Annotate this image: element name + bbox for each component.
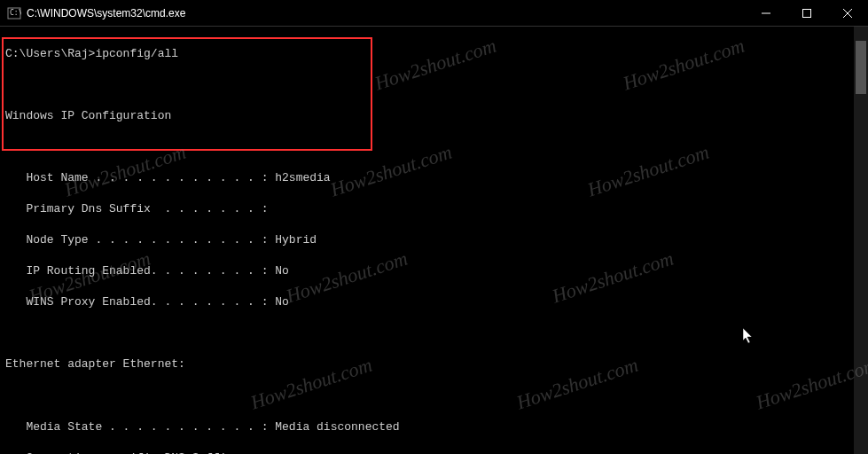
- output-line: IP Routing Enabled. . . . . . . . : No: [5, 263, 863, 279]
- window-title: C:\WINDOWS\system32\cmd.exe: [27, 7, 746, 20]
- output-line: Connection-specific DNS Suffix . :: [5, 450, 863, 454]
- blank-line: [5, 388, 863, 404]
- blank-line: [5, 139, 863, 155]
- command-prompt-line: C:\Users\Raj>ipconfig/all: [5, 46, 863, 62]
- svg-rect-3: [803, 9, 811, 17]
- section-header: Ethernet adapter Ethernet:: [5, 356, 863, 372]
- blank-line: [5, 325, 863, 341]
- output-line: Primary Dns Suffix . . . . . . . :: [5, 201, 863, 217]
- terminal-output[interactable]: C:\Users\Raj>ipconfig/all Windows IP Con…: [0, 27, 868, 454]
- cmd-icon: C:\: [7, 6, 21, 20]
- output-line: Node Type . . . . . . . . . . . . : Hybr…: [5, 232, 863, 248]
- scrollbar-thumb[interactable]: [856, 41, 866, 94]
- window-controls: [746, 0, 868, 26]
- close-button[interactable]: [827, 0, 868, 26]
- output-line: Media State . . . . . . . . . . . : Medi…: [5, 419, 863, 435]
- output-line: WINS Proxy Enabled. . . . . . . . : No: [5, 294, 863, 310]
- output-line: Host Name . . . . . . . . . . . . : h2sm…: [5, 170, 863, 186]
- window-titlebar: C:\ C:\WINDOWS\system32\cmd.exe: [0, 0, 868, 27]
- vertical-scrollbar[interactable]: [854, 27, 868, 454]
- blank-line: [5, 77, 863, 93]
- section-header: Windows IP Configuration: [5, 108, 863, 124]
- maximize-button[interactable]: [786, 0, 827, 26]
- minimize-button[interactable]: [746, 0, 786, 26]
- svg-text:C:\: C:\: [10, 9, 21, 17]
